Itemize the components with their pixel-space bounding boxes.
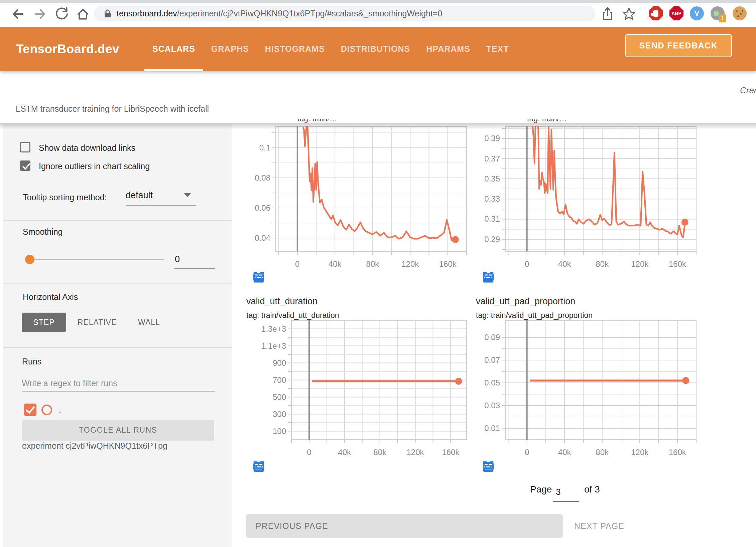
url-bar[interactable]: tensorboard.dev/experiment/cj2vtPiwQHKN9… bbox=[94, 6, 595, 21]
chart-canvas[interactable]: 0.010.030.050.070.09040k80k120k160k bbox=[462, 294, 703, 476]
tab-text[interactable]: TEXT bbox=[478, 27, 517, 71]
smoothing-slider-handle[interactable] bbox=[25, 255, 34, 264]
svg-text:0: 0 bbox=[307, 448, 311, 457]
svg-text:0.07: 0.07 bbox=[484, 355, 500, 364]
svg-text:0: 0 bbox=[525, 259, 529, 268]
smoothing-value[interactable]: 0 bbox=[175, 254, 180, 264]
send-feedback-button[interactable]: SEND FEEDBACK bbox=[625, 34, 732, 57]
svg-text:0.33: 0.33 bbox=[484, 194, 500, 203]
run-name: . bbox=[59, 405, 61, 415]
data-series-icon[interactable] bbox=[506, 271, 517, 283]
back-icon[interactable] bbox=[11, 7, 25, 21]
browser-tab-strip bbox=[0, 0, 756, 3]
svg-text:0.03: 0.03 bbox=[484, 401, 500, 410]
page-number-input[interactable] bbox=[553, 487, 579, 502]
share-icon[interactable] bbox=[600, 7, 615, 21]
bookmark-star-icon[interactable] bbox=[622, 7, 636, 21]
tab-distributions[interactable]: DISTRIBUTIONS bbox=[333, 27, 418, 71]
svg-text:1.1e+3: 1.1e+3 bbox=[261, 341, 286, 350]
svg-text:0.35: 0.35 bbox=[484, 174, 500, 183]
tab-hparams[interactable]: HPARAMS bbox=[418, 27, 478, 71]
forward-icon[interactable] bbox=[33, 7, 47, 21]
svg-text:160k: 160k bbox=[442, 448, 460, 457]
svg-text:0.09: 0.09 bbox=[484, 333, 500, 342]
settings-sidebar: Show data download links Ignore outliers… bbox=[0, 124, 232, 547]
svg-text:40k: 40k bbox=[558, 448, 572, 457]
scalar-chart-card: tag: train/… 0.040.060.080.1040k80k120k1… bbox=[232, 118, 473, 288]
svg-text:0: 0 bbox=[295, 259, 299, 268]
chart-canvas[interactable]: 1003005007009001.1e+31.3e+3040k80k120k16… bbox=[232, 294, 473, 476]
run-checkbox[interactable] bbox=[24, 404, 36, 416]
svg-text:120k: 120k bbox=[406, 448, 424, 457]
lock-icon bbox=[103, 9, 112, 19]
svg-text:120k: 120k bbox=[631, 259, 649, 268]
svg-text:900: 900 bbox=[273, 358, 286, 367]
url-text: tensorboard.dev/experiment/cj2vtPiwQHKN9… bbox=[117, 9, 442, 18]
app-logo[interactable]: TensorBoard.dev bbox=[16, 27, 119, 71]
divider bbox=[3, 283, 232, 284]
svg-text:0.1: 0.1 bbox=[259, 143, 270, 152]
home-icon[interactable] bbox=[76, 7, 90, 21]
svg-text:80k: 80k bbox=[366, 259, 379, 268]
ignore-outliers-checkbox[interactable] bbox=[20, 160, 30, 171]
svg-text:1.3e+3: 1.3e+3 bbox=[261, 324, 286, 333]
data-series-icon[interactable] bbox=[276, 461, 288, 472]
cookie-extension-icon[interactable] bbox=[733, 6, 747, 20]
reload-icon[interactable] bbox=[54, 7, 69, 21]
tab-scalars[interactable]: SCALARS bbox=[144, 27, 203, 71]
tooltip-sorting-select[interactable]: default bbox=[126, 190, 153, 201]
profile-extension-icon[interactable]: 1 bbox=[711, 6, 725, 20]
tab-histograms[interactable]: HISTOGRAMS bbox=[257, 27, 333, 71]
tooltip-sorting-label: Tooltip sorting method: bbox=[23, 193, 107, 202]
chart-toolbar bbox=[483, 271, 541, 283]
svg-text:0.06: 0.06 bbox=[255, 203, 270, 212]
svg-text:100: 100 bbox=[273, 427, 286, 436]
scalar-chart-card: valid_utt_pad_proportion tag: train/vali… bbox=[462, 294, 703, 476]
run-color-swatch[interactable] bbox=[41, 405, 52, 415]
horizontal-axis-label: Horizontal Axis bbox=[23, 292, 78, 302]
axis-relative-button[interactable]: RELATIVE bbox=[73, 313, 121, 332]
page-label: Page bbox=[530, 484, 552, 495]
show-data-download-links-checkbox[interactable] bbox=[20, 142, 30, 152]
svg-text:80k: 80k bbox=[596, 448, 609, 457]
experiment-id-label: experiment cj2vtPiwQHKN9Q1tx6PTpg bbox=[22, 441, 167, 451]
svg-text:0.37: 0.37 bbox=[484, 154, 500, 163]
next-page-button[interactable]: NEXT PAGE bbox=[565, 514, 634, 538]
chart-canvas[interactable]: 0.040.060.080.1040k80k120k160k bbox=[232, 118, 473, 288]
show-data-download-links-label: Show data download links bbox=[39, 143, 135, 153]
title-bar: Created LSTM transducer training for Lib… bbox=[0, 71, 756, 124]
svg-text:40k: 40k bbox=[338, 448, 351, 457]
svg-text:80k: 80k bbox=[596, 259, 609, 268]
vimium-extension-icon[interactable]: V bbox=[690, 6, 704, 20]
pan-zoom-icon[interactable] bbox=[300, 271, 311, 283]
toggle-all-runs-button[interactable]: TOGGLE ALL RUNS bbox=[22, 420, 214, 441]
svg-text:160k: 160k bbox=[669, 259, 686, 268]
pan-zoom-icon[interactable] bbox=[529, 461, 541, 472]
scalar-chart-card: valid_utt_duration tag: train/valid_utt_… bbox=[232, 294, 473, 476]
data-series-icon[interactable] bbox=[506, 461, 517, 472]
adblock-extension-icon[interactable] bbox=[649, 6, 663, 20]
browser-chrome: tensorboard.dev/experiment/cj2vtPiwQHKN9… bbox=[0, 0, 756, 27]
runs-filter-input[interactable] bbox=[22, 375, 215, 392]
axis-step-button[interactable]: STEP bbox=[22, 313, 66, 332]
runs-label: Runs bbox=[22, 357, 41, 366]
app-header: TensorBoard.dev SCALARS GRAPHS HISTOGRAM… bbox=[0, 27, 756, 71]
smoothing-slider-track[interactable] bbox=[32, 259, 164, 260]
data-series-icon[interactable] bbox=[276, 271, 288, 283]
experiment-title: LSTM transducer training for LibriSpeech… bbox=[16, 104, 209, 114]
pan-zoom-icon[interactable] bbox=[300, 461, 311, 472]
axis-wall-button[interactable]: WALL bbox=[131, 313, 167, 332]
abp-extension-icon[interactable]: ABP bbox=[669, 6, 683, 20]
smoothing-label: Smoothing bbox=[23, 227, 63, 237]
tab-graphs[interactable]: GRAPHS bbox=[203, 27, 257, 71]
chevron-down-icon[interactable] bbox=[184, 193, 191, 197]
pan-zoom-icon[interactable] bbox=[529, 271, 541, 283]
chart-toolbar bbox=[253, 271, 311, 283]
chart-canvas[interactable]: 0.290.310.330.350.370.39040k80k120k160k bbox=[462, 118, 703, 288]
previous-page-button[interactable]: PREVIOUS PAGE bbox=[246, 514, 563, 538]
svg-text:300: 300 bbox=[273, 410, 286, 419]
url-path: /experiment/cj2vtPiwQHKN9Q1tx6PTpg/#scal… bbox=[177, 9, 443, 18]
svg-text:700: 700 bbox=[273, 375, 286, 385]
svg-text:120k: 120k bbox=[631, 448, 649, 457]
svg-text:0.29: 0.29 bbox=[484, 235, 500, 244]
